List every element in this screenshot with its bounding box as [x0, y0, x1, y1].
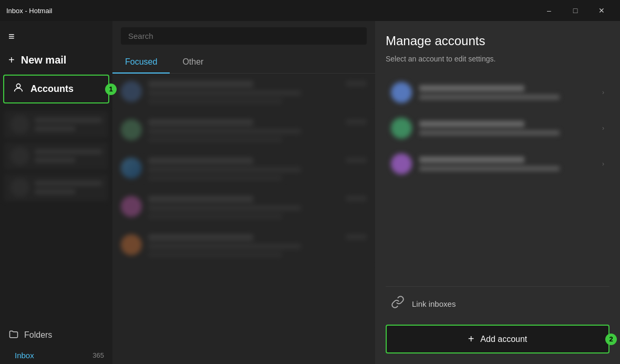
manage-accounts-subtitle: Select an account to edit settings.: [386, 55, 609, 63]
new-mail-label: New mail: [21, 54, 67, 66]
link-inboxes-label: Link inboxes: [412, 299, 456, 308]
manage-accounts-title: Manage accounts: [386, 34, 609, 48]
table-row: [112, 227, 375, 265]
minimize-button[interactable]: –: [537, 2, 561, 19]
folders-label: Folders: [24, 330, 52, 340]
new-mail-button[interactable]: + New mail: [0, 48, 112, 72]
titlebar: Inbox - Hotmail – □ ✕: [0, 0, 620, 21]
add-account-button[interactable]: + Add account 2: [386, 325, 609, 353]
plus-icon: +: [8, 54, 15, 66]
main-layout: ≡ + New mail Accounts 1: [0, 21, 620, 364]
link-icon: [391, 295, 405, 312]
chevron-right-icon: ›: [602, 124, 604, 132]
inbox-count: 365: [92, 351, 104, 359]
add-account-label: Add account: [480, 335, 527, 344]
chevron-right-icon: ›: [602, 89, 604, 96]
search-input[interactable]: [121, 27, 367, 45]
maximize-button[interactable]: □: [563, 2, 587, 19]
account-item[interactable]: ›: [386, 111, 609, 145]
accounts-label: Accounts: [30, 84, 74, 95]
titlebar-controls: – □ ✕: [537, 2, 614, 19]
titlebar-title: Inbox - Hotmail: [6, 7, 52, 15]
list-item: [4, 111, 108, 138]
sidebar: ≡ + New mail Accounts 1: [0, 21, 112, 364]
manage-accounts-panel: Manage accounts Select an account to edi…: [375, 21, 620, 364]
table-row: [112, 112, 375, 150]
table-row: [112, 150, 375, 189]
folder-icon: [8, 329, 19, 341]
accounts-button[interactable]: Accounts 1: [3, 75, 109, 103]
account-item[interactable]: ›: [386, 76, 609, 109]
tabs-bar: Focused Other: [112, 51, 375, 74]
inbox-item[interactable]: Inbox 365: [0, 347, 112, 364]
inbox-label: Inbox: [15, 351, 34, 360]
close-button[interactable]: ✕: [590, 2, 614, 19]
add-account-badge: 2: [605, 334, 617, 345]
sidebar-mail-list: [0, 106, 112, 324]
account-list: › › ›: [386, 76, 609, 282]
list-item: [4, 142, 108, 170]
middle-panel: Focused Other: [112, 21, 375, 364]
table-row: [112, 189, 375, 227]
person-icon: [13, 82, 24, 96]
svg-point-0: [16, 84, 20, 88]
search-bar: [112, 21, 375, 51]
mail-list: [112, 74, 375, 364]
table-row: [112, 74, 375, 112]
chevron-right-icon: ›: [602, 160, 604, 168]
link-inboxes-button[interactable]: Link inboxes: [386, 286, 609, 320]
list-item: [4, 174, 108, 201]
folders-button[interactable]: Folders: [0, 324, 112, 347]
account-item[interactable]: ›: [386, 147, 609, 181]
tab-focused[interactable]: Focused: [112, 51, 170, 73]
add-account-plus-icon: +: [468, 333, 474, 345]
hamburger-icon[interactable]: ≡: [0, 25, 112, 48]
tab-other[interactable]: Other: [170, 51, 216, 73]
